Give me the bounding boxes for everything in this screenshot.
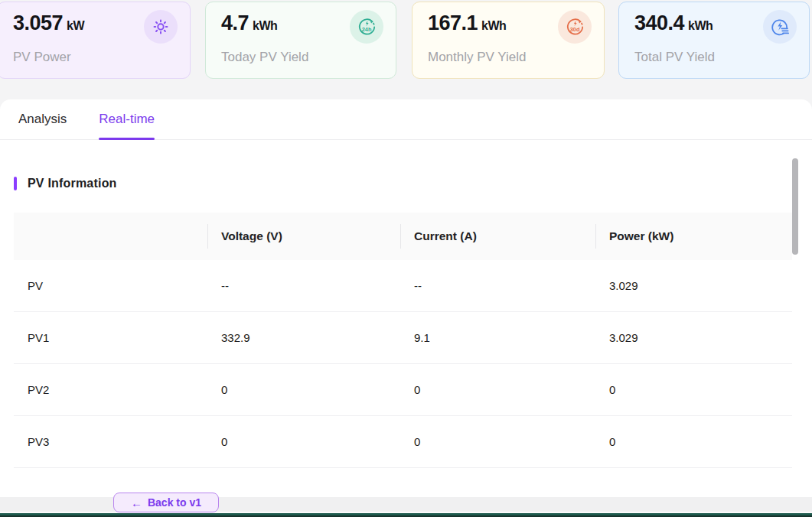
pv-information-header: PV Information	[14, 177, 117, 190]
back-to-v1-button[interactable]: ← Back to v1	[113, 493, 219, 512]
pv-power-label: PV Power	[13, 50, 71, 65]
total-yield-unit: kWh	[688, 19, 713, 32]
col-header-voltage: Voltage (V)	[207, 213, 400, 260]
row-voltage: 0	[207, 416, 400, 467]
row-name: PV2	[14, 364, 207, 415]
row-power: 0	[595, 364, 792, 415]
main-panel: Analysis Real-time PV Information Voltag…	[0, 99, 812, 497]
total-yield-label: Total PV Yield	[634, 50, 715, 65]
total-yield-card: 340.4kWh Total PV Yield	[618, 2, 810, 79]
row-power: 3.029	[595, 260, 792, 311]
row-current: 9.1	[400, 312, 595, 363]
row-voltage: 0	[207, 364, 400, 415]
row-voltage: 332.9	[207, 312, 400, 363]
row-power: 0	[595, 416, 792, 467]
pv-power-value: 3.057kW	[13, 11, 84, 35]
table-row: PV -- -- 3.029	[14, 260, 792, 312]
row-name: PV3	[14, 416, 207, 467]
vertical-scrollbar-thumb[interactable]	[792, 158, 798, 255]
cycle-24h-icon: 24h	[350, 10, 383, 44]
tab-bar: Analysis Real-time	[0, 99, 812, 140]
monthly-yield-card: 167.1kWh Monthly PV Yield 30d	[412, 2, 605, 79]
today-yield-label: Today PV Yield	[221, 50, 308, 65]
row-voltage: --	[207, 260, 400, 311]
monthly-yield-value: 167.1kWh	[428, 11, 506, 35]
total-energy-icon	[763, 10, 797, 44]
tab-analysis[interactable]: Analysis	[18, 99, 67, 139]
footer-accent-bar	[0, 513, 812, 517]
table-row: PV2 0 0 0	[14, 364, 792, 416]
pv-power-unit: kW	[67, 19, 84, 32]
section-title: PV Information	[28, 177, 117, 190]
row-name: PV1	[14, 312, 207, 363]
tab-real-time[interactable]: Real-time	[99, 99, 155, 139]
pv-power-card: 3.057kW PV Power	[0, 2, 191, 79]
section-accent-bar	[14, 177, 17, 190]
col-header-name	[14, 213, 207, 260]
row-power: 3.029	[595, 312, 792, 363]
today-yield-value: 4.7kWh	[221, 11, 277, 35]
today-yield-card: 4.7kWh Today PV Yield 24h	[205, 2, 396, 79]
left-arrow-icon: ←	[131, 496, 142, 509]
sun-icon	[144, 10, 178, 44]
col-header-current: Current (A)	[400, 213, 595, 260]
cycle-30d-icon: 30d	[558, 10, 592, 44]
row-current: 0	[400, 364, 595, 415]
col-header-power: Power (kW)	[595, 213, 792, 260]
pv-information-table: Voltage (V) Current (A) Power (kW) PV --…	[14, 213, 792, 468]
table-row: PV3 0 0 0	[14, 416, 792, 468]
back-button-label: Back to v1	[148, 496, 201, 509]
row-name: PV	[14, 260, 207, 311]
today-yield-unit: kWh	[253, 19, 277, 32]
table-row: PV1 332.9 9.1 3.029	[14, 312, 792, 364]
monthly-yield-unit: kWh	[481, 19, 506, 32]
monthly-yield-label: Monthly PV Yield	[428, 50, 527, 65]
row-current: --	[400, 260, 595, 311]
row-current: 0	[400, 416, 595, 467]
svg-text:30d: 30d	[569, 25, 579, 32]
svg-text:24h: 24h	[361, 25, 371, 32]
table-header-row: Voltage (V) Current (A) Power (kW)	[14, 213, 792, 260]
total-yield-value: 340.4kWh	[634, 11, 713, 35]
